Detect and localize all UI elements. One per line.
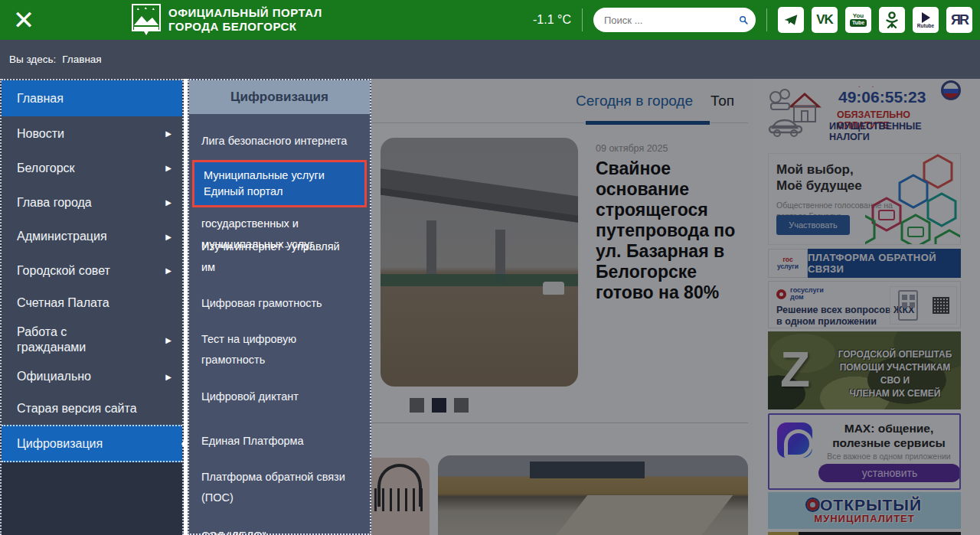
main-content: Сегодня в городе Топ 09 октября 2025 Сва… [371,79,754,535]
carousel-dot-1[interactable] [410,398,424,413]
article-title[interactable]: Свайное основание строящегося путепровод… [596,158,746,303]
section-divider [371,422,748,423]
submenu-item-liga[interactable]: Лига безопасного интернета [189,129,370,152]
submenu-item-sed-delo[interactable]: СЭД "ДЕЛО" [189,524,370,535]
submenu-cifrovizaciya: Цифровизация Лига безопасного интернета … [188,79,371,535]
qr-code-icon [933,297,949,314]
carousel-dot-2-active[interactable] [432,398,446,413]
chevron-right-icon: ▶ [165,373,172,381]
divider [582,8,583,31]
menu-item-glava-goroda[interactable]: Глава города ▶ [2,185,182,220]
news-tabs: Сегодня в городе Топ [371,86,748,123]
menu-item-schetnaya-palata[interactable]: Счетная Палата [2,288,182,318]
youtube-icon[interactable]: You Tube [845,7,871,33]
z-symbol: Z [780,339,810,400]
banner-partial [768,532,961,535]
social-links: VK You Tube Rutube ЯR [778,7,972,33]
news-thumb-street[interactable] [438,455,748,535]
menu-item-novosti[interactable]: Новости ▶ [2,116,182,151]
chevron-right-icon: ▶ [165,233,172,241]
rutube-icon[interactable]: Rutube [913,7,939,33]
divider [766,8,767,31]
submenu-item-municipalnye-uslugi-selected[interactable]: Муниципальные услуги Единый портал [192,160,367,207]
menu-item-rabota-s-grazhdanami[interactable]: Работа с гражданами ▶ [2,318,182,361]
svo-text: ГОРОДСКОЙ ОПЕРШТАБ ПОМОЩИ УЧАСТНИКАМ СВО… [834,348,956,400]
tax-emblem-icon [941,80,961,100]
vk-icon[interactable]: VK [812,7,838,33]
menu-item-cifrovizaciya[interactable]: Цифровизация [2,425,182,462]
crest-icon [132,4,161,36]
menu-item-glavnaya[interactable]: Главная [2,80,182,116]
banner-max-messenger[interactable]: MAX: общение, полезные сервисы Все важно… [768,413,961,490]
menu-item-administraciya[interactable]: Администрация ▶ [2,220,182,253]
close-menu-button[interactable]: ✕ [6,4,41,36]
tax-countdown: 49:06:55:23 [838,88,926,106]
vote-participate-button[interactable]: Участвовать [776,215,850,235]
telegram-icon[interactable] [778,7,804,33]
breadcrumb: Вы здесь: Главная [0,40,980,79]
submenu-item-cifrovoy-diktant[interactable]: Цифровой диктант [189,385,370,408]
search-box[interactable] [593,8,756,32]
right-sidebar: . . 49:06:55:23 ОБЯЗАТЕЛЬНО ОПЛАТИТЕ ИМУ… [754,79,980,535]
odnoklassniki-icon[interactable] [879,7,905,33]
banner-open-municipality[interactable]: ОТКРЫТЫЙ МУНИЦИПАЛИТЕТ [768,492,961,529]
carousel-photo-overpass[interactable] [381,138,578,387]
gosuslugi-dom-logo: госуслуги дом [776,287,824,301]
menu-item-belogorsk[interactable]: Белогорск ▶ [2,151,182,185]
carousel-pagination [410,398,469,413]
breadcrumb-current[interactable]: Главная [62,54,101,65]
vote-hexagons-icon [865,154,961,245]
banner-property-taxes[interactable]: . . 49:06:55:23 ОБЯЗАТЕЛЬНО ОПЛАТИТЕ ИМУ… [768,79,961,149]
max-app-icon [777,422,812,458]
chevron-right-icon: ▶ [165,198,172,207]
ring-icon [807,499,818,511]
max-title: MAX: общение, полезные сервисы [820,421,958,450]
main-menu: Главная Новости ▶ Белогорск ▶ Глава горо… [0,79,184,535]
submenu-list: Лига безопасного интернета Муниципальные… [189,114,370,535]
open-muni-line1: ОТКРЫТЫЙ [807,497,922,513]
dom-ring-icon [776,289,786,299]
tax-line2: ИМУЩЕСТВЕННЫЕ НАЛОГИ [829,121,961,142]
tab-top[interactable]: Топ [710,93,734,109]
carousel-dot-3[interactable] [454,398,469,413]
menu-item-gorodskoy-sovet[interactable]: Городской совет ▶ [2,253,182,288]
chevron-right-icon: ▶ [165,336,172,344]
site-title: ОФИЦИАЛЬНЫЙ ПОРТАЛ ГОРОДА БЕЛОГОРСК [168,6,322,34]
banner-public-vote[interactable]: Мой выбор, Моё будущее Общественное голо… [768,153,961,245]
submenu-item-pos[interactable]: Платформа обратной связи (ПОС) [189,463,365,512]
submenu-item-test[interactable]: Тест на цифровую грамотность [189,325,342,374]
page: ✕ ОФИЦИАЛЬНЫЙ ПОРТАЛ ГОРОДА БЕЛОГОРСК -1… [0,0,980,535]
chevron-right-icon: ▶ [165,129,172,138]
search-input[interactable] [604,15,739,26]
submenu-item-cifrovaya-gramotnost[interactable]: Цифровая грамотность [189,292,370,315]
yarus-icon[interactable]: ЯR [946,7,972,33]
chevron-right-icon: ▶ [165,164,172,172]
site-logo[interactable]: ОФИЦИАЛЬНЫЙ ПОРТАЛ ГОРОДА БЕЛОГОРСК [132,4,322,36]
banner-gosuslugi-dom[interactable]: госуслуги дом Решение всех вопросов ЖКХ … [768,281,961,328]
submenu-item-izuchi-internet[interactable]: Изучи интернет - управляй им [189,237,370,278]
tab-today-in-city[interactable]: Сегодня в городе [576,93,693,109]
pos-title: ПЛАТФОРМА ОБРАТНОЙ СВЯЗИ [808,249,961,278]
close-icon: ✕ [13,5,35,35]
building-icon [898,290,918,321]
search-icon[interactable] [739,13,748,27]
banner-svo-headquarters[interactable]: Z ГОРОДСКОЙ ОПЕРШТАБ ПОМОЩИ УЧАСТНИКАМ С… [768,331,961,409]
site-header: ✕ ОФИЦИАЛЬНЫЙ ПОРТАЛ ГОРОДА БЕЛОГОРСК -1… [0,0,980,40]
submenu-item-edinaya-platforma[interactable]: Единая Платформа [189,429,370,452]
active-tab-underline [586,121,710,125]
article-date: 09 октября 2025 [596,143,668,154]
menu-item-oficialno[interactable]: Официально ▶ [2,361,182,392]
submenu-title: Цифровизация [189,80,370,114]
temperature-widget: -1.1 °C [533,13,571,27]
menu-item-staraya-versiya[interactable]: Старая версия сайта [2,392,182,425]
main-menu-list: Главная Новости ▶ Белогорск ▶ Глава горо… [2,79,182,462]
banner-feedback-platform[interactable]: гос услуги ПЛАТФОРМА ОБРАТНОЙ СВЯЗИ [768,249,961,278]
open-muni-line2: МУНИЦИПАЛИТЕТ [814,513,914,524]
chevron-right-icon: ▶ [165,266,172,275]
max-install-button[interactable]: установить [818,464,961,482]
breadcrumb-prefix: Вы здесь: [9,54,56,65]
gosuslugi-logo: гос услуги [768,249,808,278]
dom-illustration [890,286,957,325]
tax-illustration [768,85,834,139]
news-thumb-balcony[interactable] [371,458,430,535]
